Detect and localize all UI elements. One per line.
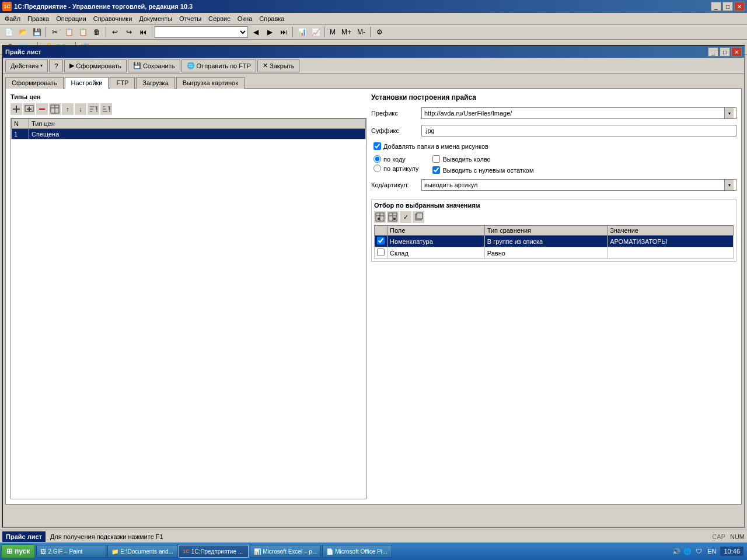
tab-vygruzka[interactable]: Выгрузка картинок [176,77,245,89]
filter-checkbox-1[interactable] [377,237,385,244]
toolbar-find[interactable]: ⏮ [137,26,149,38]
panel-move-up[interactable]: ↑ [62,103,74,115]
toolbar-redo[interactable]: ↪ [123,26,135,38]
toolbar-settings[interactable]: ⚙ [373,26,386,38]
svg-rect-4 [29,107,30,111]
tab-ftp[interactable]: FTP [110,77,135,89]
radio-by-code-label: по коду [383,156,406,163]
toolbar-next[interactable]: ▶ [263,26,276,38]
close-dialog-icon: ✕ [263,62,268,69]
filter-edit[interactable] [387,211,399,223]
prefix-combo[interactable]: http://avda.ru/UserFiles/Image/ ▾ [421,107,736,119]
inner-minimize-button[interactable]: _ [708,47,718,57]
toolbar-combo[interactable] [155,26,248,38]
paint-icon: 🖼 [40,548,46,555]
toolbar-new[interactable]: 📄 [2,26,15,38]
prefix-combo-arrow[interactable]: ▾ [724,108,734,118]
toolbar-multi2[interactable]: 📈 [309,26,322,38]
restore-button[interactable]: □ [722,2,733,11]
toolbar-prev[interactable]: ◀ [249,26,262,38]
save-button[interactable]: 💾 Сохранить [128,60,180,72]
menu-service[interactable]: Сервис [205,14,234,23]
toolbar-end[interactable]: ⏭ [277,26,290,38]
menu-windows[interactable]: Окна [234,14,256,23]
toolbar-copy[interactable]: 📋 [62,26,75,38]
inner-restore-button[interactable]: □ [720,47,730,57]
start-button[interactable]: ⊞ пуск [1,544,35,558]
help-button[interactable]: ? [49,60,63,72]
toolbar-save[interactable]: 💾 [30,26,43,38]
filter-row[interactable]: Номенклатура В группе из списка АРОМАТИЗ… [375,236,734,247]
code-article-arrow[interactable]: ▾ [724,180,734,190]
tab-zagruzka[interactable]: Загрузка [136,77,174,89]
actions-dropdown-arrow: ▾ [40,63,43,68]
inner-close-button[interactable]: ✕ [731,47,742,57]
cap-indicator: CAP [712,533,725,540]
col-type: Тип цен [29,119,366,129]
toolbar-paste[interactable]: 📋 [76,26,89,38]
toolbar-delete[interactable]: 🗑 [90,26,103,38]
taskbar-item-excel[interactable]: 📊 Microsoft Excel – p... [250,545,321,558]
code-article-value: выводить артикул [424,181,478,188]
suffix-input[interactable] [421,125,736,136]
right-panel: Установки построения прайса Префикс http… [371,93,736,499]
table-row[interactable]: 1 Спещена [12,129,366,139]
tab-sformirovat[interactable]: Сформировать [5,77,64,89]
filter-copy[interactable] [413,211,424,223]
minimize-button[interactable]: _ [711,2,721,11]
toolbar-mplus[interactable]: M+ [339,26,354,38]
panel-table-add[interactable] [49,103,61,115]
panel-move-down[interactable]: ↓ [75,103,86,115]
filter-check[interactable]: ✓ [400,211,411,223]
taskbar-item-1c[interactable]: 1C 1С:Предприятие ... [179,545,249,558]
taskbar-item-office[interactable]: 📄 Microsoft Office Pi... [322,545,392,558]
toolbar-cut[interactable]: ✂ [48,26,61,38]
ftp-button[interactable]: 🌐 Отправить по FTP [181,60,257,72]
show-qty-checkbox[interactable] [432,155,440,163]
toolbar-open[interactable]: 📂 [16,26,29,38]
left-panel-toolbar: ↑ ↓ [11,103,366,116]
panel-sort-asc[interactable] [88,103,99,115]
radio-by-code-input[interactable] [374,155,381,163]
menu-references[interactable]: Справочники [90,14,136,23]
radio-by-article-label: по артикулу [383,165,418,172]
menu-documents[interactable]: Документы [135,14,176,23]
settings-title: Установки построения прайса [371,93,736,102]
code-article-combo[interactable]: выводить артикул ▾ [421,179,736,191]
panel-add-group[interactable] [23,103,35,115]
menu-edit[interactable]: Правка [24,14,53,23]
close-button[interactable]: ✕ [734,2,745,11]
radio-by-article-input[interactable] [374,164,381,172]
lang-indicator[interactable]: EN [706,548,718,555]
inner-title-controls[interactable]: _ □ ✕ [708,47,742,57]
toolbar-undo[interactable]: ↩ [109,26,121,38]
actions-button[interactable]: Действия ▾ [5,60,48,72]
show-zero-checkbox[interactable] [432,166,440,174]
panel-delete[interactable] [36,103,48,115]
panel-sort-desc[interactable] [100,103,112,115]
menu-operations[interactable]: Операции [53,14,89,23]
menu-help[interactable]: Справка [256,14,288,23]
add-folders-row: Добавлять папки в имена рисунков [374,142,736,150]
filter-checkbox-2[interactable] [377,249,385,256]
taskbar-item-paint[interactable]: 🖼 2.GIF – Paint [36,545,106,558]
title-controls[interactable]: _ □ ✕ [711,2,745,11]
panel-add-row[interactable] [11,103,22,115]
toolbar-mminus[interactable]: M- [355,26,368,38]
separator-2 [106,27,106,37]
tab-nastroyki[interactable]: Настройки [65,77,109,89]
menu-file[interactable]: Файл [1,14,24,23]
filter-row[interactable]: Склад Равно [375,247,734,259]
toolbar-m[interactable]: M [327,26,338,38]
prefix-label: Префикс [371,110,418,117]
filter-add[interactable] [374,211,386,223]
add-folders-checkbox[interactable] [374,142,381,150]
menu-reports[interactable]: Отчеты [176,14,205,23]
form-button[interactable]: ▶ Сформировать [64,60,127,72]
taskbar-item-docs[interactable]: 📁 E:\Documents and... [107,545,177,558]
close-dialog-button[interactable]: ✕ Закрыть [257,60,299,72]
toolbar-multi1[interactable]: 📊 [295,26,308,38]
svg-rect-26 [417,213,423,219]
filter-toolbar: ✓ [374,211,734,223]
status-badge: Прайс лист [2,531,46,542]
